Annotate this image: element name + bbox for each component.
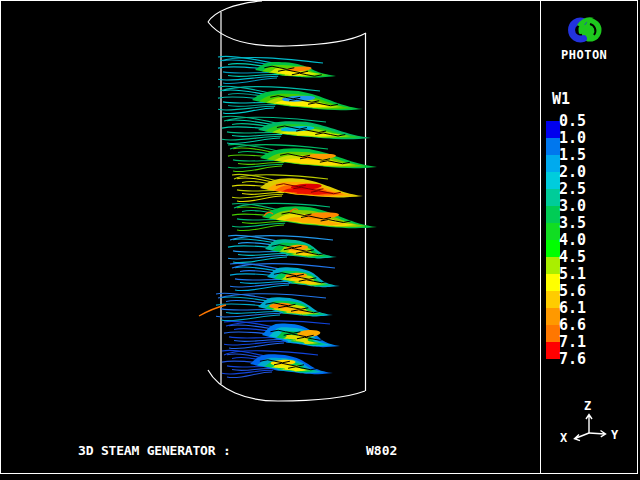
footer-value: W802: [366, 443, 397, 458]
contour-slice: [224, 321, 340, 349]
legend-tick-label: 5.1: [559, 266, 586, 282]
main-view: 3D STEAM GENERATOR : W802: [0, 0, 540, 474]
legend-panel: PHOTON W1 0.51.01.52.02.53.03.54.04.55.1…: [541, 1, 637, 473]
contour-slice: [230, 263, 340, 290]
legend-tick-label: 0.5: [559, 113, 586, 129]
axis-label-x: X: [560, 431, 568, 445]
legend-swatch: [546, 257, 560, 274]
legend-swatch: [546, 291, 560, 308]
legend-swatch: [546, 172, 560, 189]
legend-tick-label: 4.0: [559, 232, 586, 248]
contour-slice: [199, 293, 333, 320]
contour-slice: [222, 116, 371, 143]
legend-tick-label: 2.5: [559, 181, 586, 197]
contour-slice: [232, 174, 363, 201]
legend-title: W1: [552, 90, 570, 108]
footer-caption: 3D STEAM GENERATOR :: [78, 443, 231, 458]
axis-label-y: Y: [611, 428, 619, 442]
contour-slice: [218, 86, 363, 113]
legend-tick-label: 3.5: [559, 215, 586, 231]
photon-window: { "window": { "background": "#000000", "…: [0, 0, 640, 480]
photon-logo-icon: [563, 7, 609, 49]
legend-tick-label: 6.6: [559, 317, 586, 333]
axis-triad: Z X Y: [548, 392, 630, 454]
legend-tick-label: 6.1: [559, 300, 586, 316]
contour-slice: [228, 144, 377, 171]
legend-tick-label: 1.0: [559, 130, 586, 146]
axis-label-z: Z: [584, 399, 591, 413]
contour-slice: [228, 235, 337, 262]
legend-swatch: [546, 138, 560, 155]
legend-tick-label: 7.1: [559, 334, 586, 350]
legend-swatch: [546, 206, 560, 223]
legend-tick-label: 7.6: [559, 351, 586, 367]
contour-slice: [218, 56, 336, 83]
legend-tick-label: 4.5: [559, 249, 586, 265]
legend-swatch: [546, 274, 560, 291]
brand-name: PHOTON: [561, 48, 607, 62]
viewport-3d[interactable]: [0, 0, 540, 474]
legend-swatch: [546, 189, 560, 206]
legend-tick-label: 5.6: [559, 283, 586, 299]
legend-swatch: [546, 342, 560, 359]
legend-swatch: [546, 121, 560, 138]
legend-swatch: [546, 240, 560, 257]
legend-tick-label: 1.5: [559, 147, 586, 163]
legend-swatch: [546, 155, 560, 172]
legend-swatch: [546, 308, 560, 325]
legend-tick-label: 3.0: [559, 198, 586, 214]
legend-swatch: [546, 325, 560, 342]
contour-slice: [222, 350, 333, 377]
legend-tick-label: 2.0: [559, 164, 586, 180]
legend-swatch: [546, 223, 560, 240]
contour-slice: [232, 203, 377, 230]
